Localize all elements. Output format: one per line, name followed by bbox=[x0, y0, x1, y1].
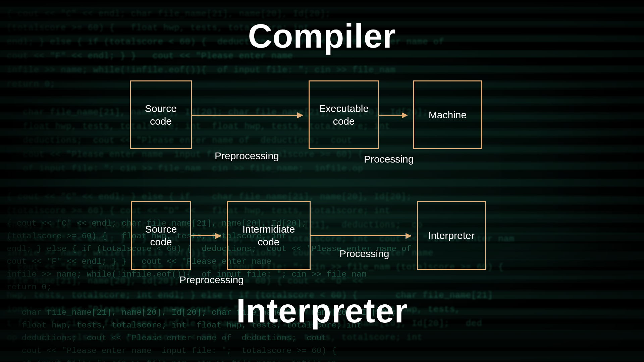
compiler-node-source: Source code bbox=[130, 80, 192, 149]
diagram-stage: Compiler Source code Executable code Mac… bbox=[0, 0, 644, 362]
compiler-label-processing: Processing bbox=[364, 154, 414, 165]
interpreter-node-intermediate: Intermidiate code bbox=[227, 201, 311, 270]
interpreter-label-preprocessing: Preprocessing bbox=[179, 274, 244, 286]
interpreter-label-processing: Processing bbox=[339, 248, 389, 259]
interpreter-node-runner: Interpreter bbox=[417, 201, 486, 270]
compiler-node-executable: Executable code bbox=[309, 80, 379, 149]
interpreter-arrow-preprocessing bbox=[191, 235, 221, 236]
compiler-arrow-preprocessing bbox=[192, 115, 303, 116]
title-interpreter: Interpreter bbox=[0, 292, 644, 330]
interpreter-node-source: Source code bbox=[131, 201, 191, 270]
compiler-label-preprocessing: Preprocessing bbox=[215, 150, 279, 162]
interpreter-arrow-processing bbox=[311, 235, 411, 236]
compiler-node-machine: Machine bbox=[413, 80, 482, 149]
compiler-arrow-processing bbox=[379, 115, 407, 116]
title-compiler: Compiler bbox=[0, 17, 644, 55]
